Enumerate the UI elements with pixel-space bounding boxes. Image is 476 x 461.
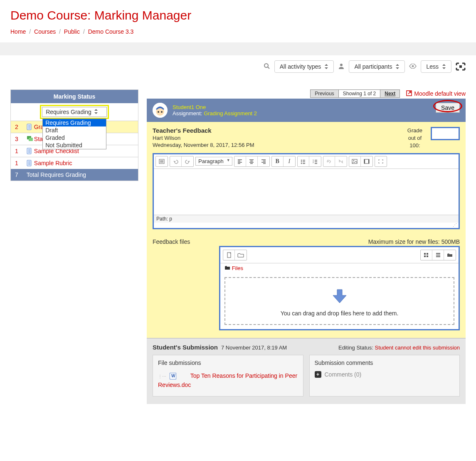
editor-textarea[interactable] — [154, 169, 459, 215]
footer-label: Total Requires Grading — [22, 169, 138, 181]
breadcrumb-public[interactable]: Public — [64, 28, 80, 35]
next-button[interactable]: Next — [380, 90, 400, 97]
forum-icon — [27, 136, 32, 142]
breadcrumb-courses[interactable]: Courses — [34, 28, 56, 35]
comments-count: Comments (0) — [325, 371, 362, 378]
grading-header: Student1 One Assignment: Grading Assignm… — [147, 99, 466, 122]
sort-icon — [94, 109, 98, 115]
save-button[interactable]: Save — [436, 103, 460, 113]
filter-option[interactable]: Graded — [43, 134, 106, 141]
assignment-prefix: Assignment: — [173, 110, 204, 116]
link-icon[interactable] — [323, 156, 335, 166]
submission-comments-card: Submission comments + Comments (0) — [309, 355, 460, 397]
breadcrumb-course[interactable]: Demo Course 3.3 — [88, 28, 134, 35]
svg-point-2 — [340, 64, 343, 66]
editing-status-value: Student cannot edit this submission — [375, 345, 460, 351]
italic-icon[interactable]: I — [284, 156, 295, 166]
previous-button[interactable]: Previous — [311, 90, 339, 97]
sort-icon — [324, 64, 328, 69]
drop-zone[interactable]: You can drag and drop files here to add … — [224, 277, 454, 325]
assignment-link[interactable]: Grading Assignment 2 — [204, 110, 257, 116]
grade-input[interactable] — [431, 127, 460, 140]
undo-icon[interactable] — [170, 156, 182, 166]
activity-link[interactable]: Sta — [34, 136, 43, 142]
folder-icon — [224, 265, 230, 271]
bullet-list-icon[interactable] — [298, 156, 309, 166]
feedback-editor: Paragraph B I — [153, 153, 460, 229]
svg-point-3 — [412, 65, 414, 67]
redo-icon[interactable] — [182, 156, 193, 166]
activity-type-select[interactable]: All activity types — [274, 60, 334, 73]
fullscreen-icon[interactable] — [456, 62, 466, 71]
filter-option[interactable]: Draft — [43, 126, 106, 134]
files-crumb-link[interactable]: Files — [232, 265, 243, 271]
page-title: Demo Course: Marking Manager — [10, 8, 466, 22]
svg-point-22 — [353, 160, 354, 161]
view-select[interactable]: Less — [421, 60, 451, 73]
participants-select[interactable]: All participants — [349, 60, 405, 73]
grading-filter-select[interactable]: Requires Grading — [42, 107, 107, 117]
list-view-icon[interactable] — [432, 250, 444, 260]
feedback-date: Wednesday, November 8, 2017, 12:56 PM — [153, 142, 254, 148]
submission-file-link[interactable]: Top Ten Reasons for Participating in Pee… — [158, 372, 297, 388]
page-icon — [27, 148, 32, 154]
grid-view-icon[interactable] — [421, 250, 432, 260]
media-icon[interactable] — [361, 156, 372, 166]
comments-toggle[interactable]: + Comments (0) — [315, 371, 455, 378]
create-folder-icon[interactable] — [235, 250, 247, 260]
pager: Previous Showing 1 of 2 Next — [310, 89, 400, 98]
filter-option[interactable]: Not Submitted — [43, 141, 106, 149]
marking-status-header: Marking Status — [11, 90, 138, 104]
align-right-icon[interactable] — [258, 156, 269, 166]
submission-title: Student's Submission — [153, 344, 218, 351]
editor-path: Path: p — [156, 216, 172, 222]
plus-icon: + — [315, 371, 321, 378]
svg-text:2: 2 — [313, 161, 314, 164]
svg-rect-30 — [427, 255, 428, 257]
view-label: Less — [426, 63, 439, 70]
svg-rect-29 — [424, 255, 426, 257]
svg-point-17 — [301, 161, 302, 162]
grade-label: Grade out of 100: — [407, 127, 422, 150]
fullscreen-editor-icon[interactable] — [375, 156, 387, 166]
image-icon[interactable] — [349, 156, 361, 166]
max-size-label: Maximum size for new files: 500MB — [368, 238, 460, 245]
avatar — [153, 103, 168, 118]
tree-view-icon[interactable] — [444, 250, 456, 260]
page-icon — [27, 160, 32, 166]
unlink-icon[interactable] — [335, 156, 347, 166]
svg-point-0 — [264, 64, 268, 67]
svg-rect-28 — [427, 253, 428, 255]
add-file-icon[interactable] — [223, 250, 235, 260]
default-view-link[interactable]: Moodle default view — [406, 90, 466, 98]
number-list-icon[interactable]: 12 — [309, 156, 321, 166]
svg-point-18 — [301, 163, 302, 164]
page-icon — [27, 124, 32, 130]
search-icon[interactable] — [264, 63, 270, 71]
svg-point-13 — [158, 111, 159, 113]
participants-label: All participants — [354, 63, 392, 70]
activity-link[interactable]: Sample Rubric — [34, 160, 72, 166]
svg-point-16 — [301, 159, 302, 160]
paragraph-select[interactable]: Paragraph — [195, 157, 232, 166]
toggle-toolbar-icon[interactable] — [156, 156, 168, 166]
align-left-icon[interactable] — [234, 156, 246, 166]
filter-option[interactable]: Requires Grading — [43, 119, 106, 126]
resize-handle-icon[interactable]: ⋰ — [154, 223, 459, 228]
svg-point-14 — [161, 111, 163, 113]
svg-rect-7 — [29, 138, 33, 141]
grading-filter-dropdown: Requires Grading Draft Graded Not Submit… — [42, 119, 106, 149]
download-arrow-icon — [330, 288, 349, 306]
word-doc-icon — [170, 373, 176, 379]
user-icon — [338, 63, 345, 71]
tree-connector-icon: ⋮⋯ — [158, 374, 166, 379]
popout-icon — [406, 90, 412, 98]
align-center-icon[interactable] — [246, 156, 258, 166]
pager-status: Showing 1 of 2 — [339, 90, 380, 97]
svg-rect-25 — [368, 159, 369, 164]
svg-rect-27 — [424, 253, 426, 255]
feedback-author: Hart Wilson — [153, 135, 254, 141]
table-row[interactable]: 1 Sample Rubric — [11, 157, 138, 169]
breadcrumb-home[interactable]: Home — [10, 28, 26, 35]
bold-icon[interactable]: B — [272, 156, 284, 166]
